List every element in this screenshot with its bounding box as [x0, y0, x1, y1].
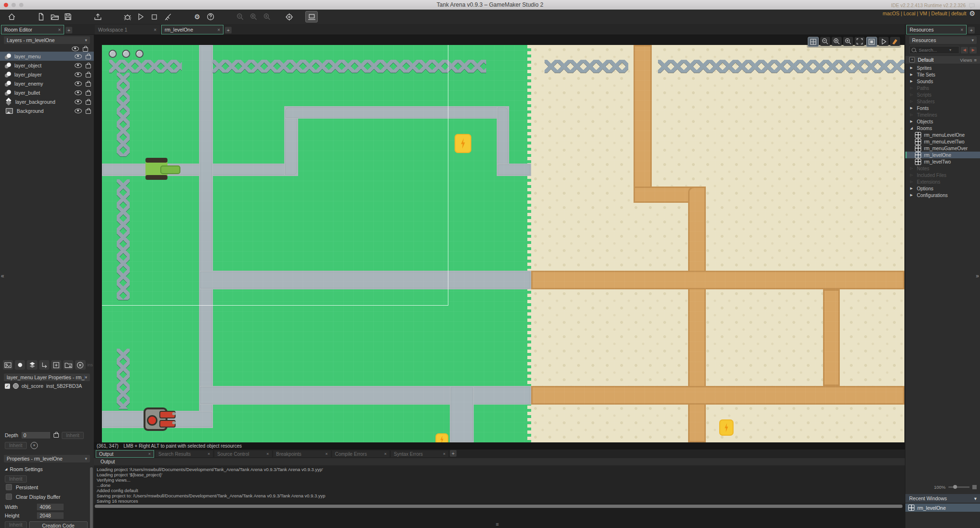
obstacle-column[interactable]: [117, 349, 130, 409]
zoom-in-icon[interactable]: [261, 11, 273, 22]
lock-icon[interactable]: [86, 73, 91, 77]
lock-icon[interactable]: [86, 55, 91, 59]
visibility-icon[interactable]: [75, 63, 82, 68]
layers-dropdown[interactable]: Layers - rm_levelOne▾: [4, 36, 90, 44]
toggle-grid-icon[interactable]: [808, 37, 819, 47]
layer-properties-dropdown[interactable]: layer_menu Layer Properties - rm_levelO.…: [4, 374, 90, 381]
home-icon[interactable]: [6, 11, 17, 22]
visibility-icon[interactable]: [75, 54, 82, 59]
obstacle-row[interactable]: [212, 60, 486, 73]
tree-item-extensions[interactable]: ▷Extensions: [905, 178, 980, 185]
tab-output[interactable]: Output×: [96, 450, 154, 458]
room-border-icon[interactable]: [866, 37, 877, 47]
depth-inherit-button[interactable]: Inherit: [62, 432, 84, 439]
add-tile-layer-icon[interactable]: [27, 360, 37, 370]
obstacle-column[interactable]: [117, 73, 130, 156]
layer-row-background[interactable]: Background: [0, 106, 94, 115]
inherit-button[interactable]: Inherit: [5, 442, 27, 449]
tree-item-sounds[interactable]: ▶Sounds: [905, 78, 980, 85]
zoom-out-icon[interactable]: [234, 11, 246, 22]
tree-item-sprites[interactable]: ▶Sprites: [905, 65, 980, 71]
close-icon[interactable]: ×: [208, 451, 210, 456]
close-icon[interactable]: ×: [58, 27, 61, 33]
instance-checkbox[interactable]: ✓: [5, 384, 10, 389]
creation-code-button[interactable]: Creation Code: [29, 521, 88, 528]
debug-icon[interactable]: [122, 11, 133, 22]
close-icon[interactable]: ×: [154, 27, 156, 33]
zoom-slider[interactable]: [948, 486, 969, 488]
collapse-right-panel-icon[interactable]: »: [976, 273, 979, 279]
search-box[interactable]: ▾: [909, 46, 959, 54]
tree-item-objects[interactable]: ▶Objects: [905, 118, 980, 125]
tab-rm-levelone[interactable]: rm_levelOne×: [161, 25, 223, 34]
layer-row-layer-object[interactable]: layer_object: [0, 61, 94, 70]
play-room-icon[interactable]: [879, 37, 889, 46]
layer-row-layer-menu[interactable]: layer_menu: [0, 52, 94, 61]
target-platform-icon[interactable]: [305, 11, 318, 22]
tree-item-rm-menugameover[interactable]: rm_menuGameOver: [905, 145, 980, 152]
obstacle-row[interactable]: [545, 60, 628, 73]
visibility-icon[interactable]: [75, 72, 82, 77]
add-instance-layer-icon[interactable]: [15, 360, 25, 370]
tree-item-options[interactable]: ▶Options: [905, 185, 980, 192]
tree-item-notes[interactable]: ▷Notes: [905, 165, 980, 172]
tree-item-rm-menuleveltwo[interactable]: rm_menuLevelTwo: [905, 138, 980, 145]
tree-item-timelines[interactable]: ▷Timelines: [905, 111, 980, 118]
close-icon[interactable]: ×: [443, 451, 445, 456]
layer-row-layer-bullet[interactable]: layer_bullet: [0, 88, 94, 97]
add-tab-button[interactable]: +: [66, 27, 72, 33]
tab-workspace-1[interactable]: Workspace 1×: [95, 25, 160, 34]
visibility-icon[interactable]: [75, 90, 82, 95]
close-icon[interactable]: ×: [384, 451, 387, 456]
lock-icon[interactable]: [86, 100, 91, 105]
tab-search-results[interactable]: Search Results×: [156, 451, 213, 457]
lock-icon[interactable]: [86, 82, 91, 87]
open-project-icon[interactable]: [49, 11, 60, 22]
depth-input[interactable]: [21, 431, 51, 439]
add-tab-button[interactable]: +: [968, 27, 975, 33]
recent-windows-header[interactable]: Recent Windows▾: [905, 494, 980, 503]
recent-window-item[interactable]: rm_levelOne: [905, 504, 980, 512]
score-instance[interactable]: [122, 50, 130, 58]
close-icon[interactable]: ×: [148, 451, 151, 456]
search-input[interactable]: [918, 47, 947, 53]
search-options-icon[interactable]: ▾: [949, 48, 951, 52]
tab-breakpoints[interactable]: Breakpoints×: [273, 451, 331, 457]
tree-item-rooms[interactable]: ◢Rooms: [905, 125, 980, 132]
tree-item-shaders[interactable]: ▷Shaders: [905, 98, 980, 105]
add-path-layer-icon[interactable]: [39, 360, 49, 370]
lock-icon[interactable]: [86, 64, 91, 68]
delete-layer-icon[interactable]: [75, 360, 85, 370]
visibility-icon[interactable]: [75, 81, 82, 86]
platform-target[interactable]: macOS | Local | VM | Default | default: [883, 10, 967, 17]
enemy-tank-instance[interactable]: [144, 407, 167, 431]
add-background-layer-icon[interactable]: [3, 360, 13, 370]
obstacle-row[interactable]: [109, 60, 182, 73]
new-project-icon[interactable]: [35, 11, 47, 22]
clean-icon[interactable]: [162, 11, 173, 22]
tab-source-control[interactable]: Source Control×: [214, 451, 272, 457]
tree-item-scripts[interactable]: ▷Scripts: [905, 91, 980, 98]
width-field[interactable]: 4096: [36, 503, 64, 511]
properties-scrollbar-track[interactable]: [90, 466, 93, 528]
instance-row[interactable]: ✓ obj_score inst_5B2FBD3A: [5, 383, 82, 389]
lock-all-icon[interactable]: [83, 47, 88, 52]
zoom-in-icon[interactable]: [843, 37, 853, 46]
visibility-icon[interactable]: [75, 109, 82, 113]
zoom-out-icon[interactable]: [820, 37, 830, 46]
clear-display-buffer-checkbox[interactable]: [6, 494, 12, 500]
search-prev-icon[interactable]: ◀: [961, 47, 968, 54]
target-device-icon[interactable]: [283, 11, 295, 22]
export-icon[interactable]: [92, 11, 103, 22]
close-icon[interactable]: ×: [325, 451, 328, 456]
add-output-tab-button[interactable]: +: [450, 450, 457, 457]
search-next-icon[interactable]: ▶: [969, 47, 977, 54]
collapse-icon[interactable]: ◢: [5, 467, 7, 471]
room-properties-dropdown[interactable]: Properties - rm_levelOne▾: [4, 455, 90, 462]
visibility-icon[interactable]: [75, 99, 82, 104]
fit-view-icon[interactable]: [855, 37, 865, 46]
tree-item-configurations[interactable]: ▶Configurations: [905, 192, 980, 198]
settings-icon[interactable]: ⚙: [191, 11, 203, 22]
clear-inherit-icon[interactable]: ×: [31, 442, 38, 449]
tree-item-fonts[interactable]: ▶Fonts: [905, 105, 980, 111]
